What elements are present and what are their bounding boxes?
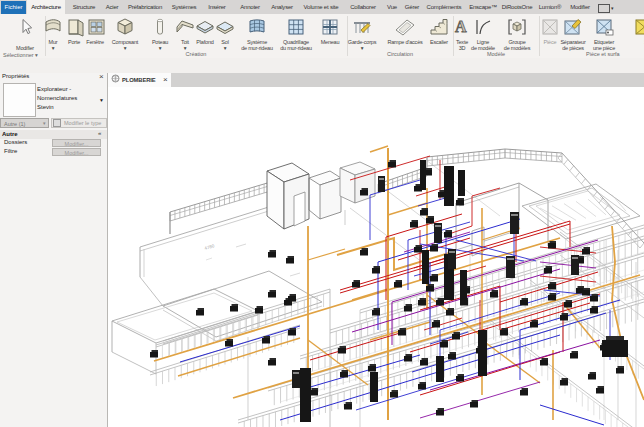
svg-text:4780: 4780 <box>204 243 216 251</box>
svg-text:A: A <box>455 18 467 35</box>
